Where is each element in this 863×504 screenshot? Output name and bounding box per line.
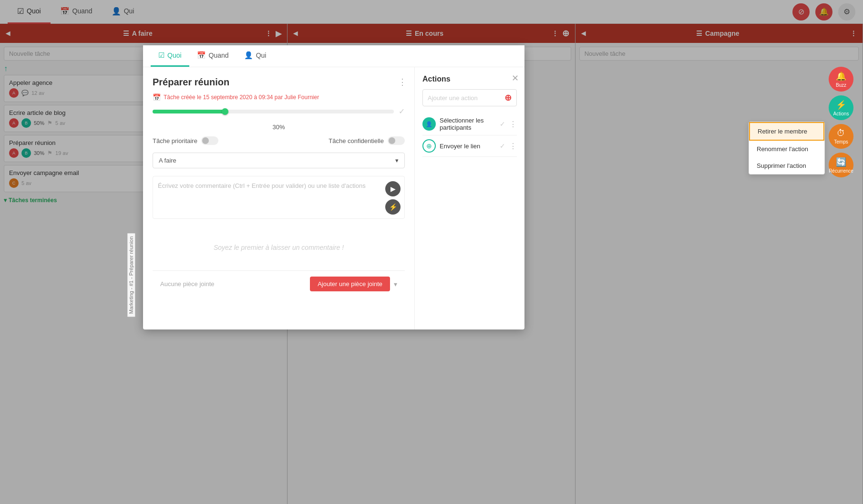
comment-area[interactable]: Écrivez votre commentaire (Ctrl + Entrée… — [153, 176, 405, 219]
progress-track[interactable] — [153, 110, 394, 113]
actions-icon: ⚡ — [836, 100, 846, 110]
modal-tab-quand-label: Quand — [209, 51, 229, 59]
context-menu-retirer[interactable]: Retirer le membre — [749, 122, 824, 141]
flash-button[interactable]: ⚡ — [385, 199, 401, 215]
toggles-row: Tâche prioritaire Tâche confidentielle — [153, 136, 405, 145]
action-more-1[interactable]: ⋮ — [509, 120, 517, 129]
modal-tab-quoi[interactable]: ☑ Quoi — [151, 45, 189, 67]
action-text-2: Envoyer le lien — [440, 143, 496, 150]
priority-label: Tâche prioritaire — [153, 137, 197, 144]
buzz-label: Buzz — [836, 82, 846, 88]
attachment-row: Aucune pièce jointe Ajouter une pièce jo… — [153, 270, 405, 297]
modal-tab-quoi-icon: ☑ — [158, 51, 164, 60]
modal-tab-qui-label: Qui — [256, 51, 267, 59]
add-action-input[interactable]: Ajouter une action ⊕ — [422, 89, 517, 106]
modal-left-panel: Préparer réunion ⋮ 📅 Tâche créée le 15 s… — [143, 67, 415, 329]
add-attachment-button[interactable]: Ajouter une pièce jointe — [310, 277, 390, 291]
actions-button[interactable]: ⚡ Actions — [829, 95, 853, 120]
progress-label: 30% — [153, 123, 405, 131]
confidential-label: Tâche confidentielle — [329, 137, 384, 144]
action-text-1: Sélectionner les participants — [440, 117, 496, 131]
action-item-lien[interactable]: ⊕ Envoyer le lien ✓ ⋮ — [422, 135, 517, 157]
status-dropdown[interactable]: A faire ▾ — [153, 153, 405, 168]
confidential-knob — [389, 137, 395, 144]
progress-fill — [153, 110, 225, 113]
modal-close-button[interactable]: ✕ — [512, 73, 519, 83]
action-check-1[interactable]: ✓ — [500, 120, 505, 128]
attachment-chevron-icon[interactable]: ▾ — [394, 280, 397, 288]
modal-tab-quand-icon: 📅 — [197, 51, 206, 60]
recurrence-label: Récurrence — [829, 168, 853, 174]
priority-toggle[interactable] — [201, 136, 218, 145]
modal-tab-qui-icon: 👤 — [244, 51, 253, 60]
modal-body: Préparer réunion ⋮ 📅 Tâche créée le 15 s… — [143, 67, 524, 329]
attachment-label: Aucune pièce jointe — [160, 280, 214, 288]
modal-tab-qui[interactable]: 👤 Qui — [236, 45, 274, 67]
confidential-toggle[interactable] — [388, 136, 405, 145]
buzz-button[interactable]: 🔔 Buzz — [829, 67, 853, 92]
temps-button[interactable]: ⏱ Temps — [829, 124, 853, 149]
confidential-group: Tâche confidentielle — [329, 136, 405, 145]
progress-thumb — [222, 108, 228, 115]
sidebar-icons: 🔔 Buzz ⚡ Actions ⏱ Temps 🔄 Récurrence — [829, 67, 853, 177]
action-check-2[interactable]: ✓ — [500, 142, 505, 150]
context-menu: Retirer le membre Renommer l'action Supp… — [749, 122, 825, 175]
comment-actions: ▶ ⚡ — [385, 181, 401, 215]
chevron-down-icon: ▾ — [395, 157, 399, 164]
task-created-text: Tâche créée le 15 septembre 2020 à 09:34… — [164, 94, 319, 101]
modal-tabs: ☑ Quoi 📅 Quand 👤 Qui — [143, 45, 524, 67]
add-action-placeholder: Ajouter une action — [428, 94, 502, 102]
add-action-plus-icon: ⊕ — [504, 93, 512, 103]
status-selected: A faire — [159, 157, 176, 164]
context-menu-supprimer[interactable]: Supprimer l'action — [749, 157, 824, 174]
action-avatar-1: 👤 — [422, 117, 436, 131]
priority-group: Tâche prioritaire — [153, 136, 218, 145]
priority-knob — [202, 137, 209, 144]
action-avatar-2: ⊕ — [422, 139, 436, 153]
modal-task-title: Préparer réunion — [153, 77, 405, 88]
modal-tab-quand[interactable]: 📅 Quand — [189, 45, 236, 67]
action-item-participants[interactable]: 👤 Sélectionner les participants ✓ ⋮ — [422, 113, 517, 135]
comment-placeholder: Écrivez votre commentaire (Ctrl + Entrée… — [158, 182, 366, 189]
context-menu-renommer[interactable]: Renommer l'action — [749, 141, 824, 157]
progress-row: ✓ — [153, 107, 405, 116]
modal-tab-quoi-label: Quoi — [167, 51, 182, 59]
send-button[interactable]: ▶ — [385, 181, 401, 196]
buzz-icon: 🔔 — [836, 71, 846, 82]
action-more-2[interactable]: ⋮ — [509, 142, 517, 151]
actions-label: Actions — [833, 111, 849, 116]
temps-label: Temps — [834, 139, 848, 144]
task-modal: ☑ Quoi 📅 Quand 👤 Qui Préparer réunion ⋮ … — [143, 45, 524, 329]
comment-empty-message: Soyez le premier à laisser un commentair… — [153, 225, 405, 270]
recurrence-icon: 🔄 — [836, 157, 846, 167]
calendar-icon: 📅 — [153, 93, 161, 101]
recurrence-button[interactable]: 🔄 Récurrence — [829, 153, 853, 177]
task-created-info: 📅 Tâche créée le 15 septembre 2020 à 09:… — [153, 93, 405, 101]
progress-check-icon[interactable]: ✓ — [399, 107, 405, 116]
actions-panel-title: Actions — [422, 75, 517, 83]
temps-icon: ⏱ — [837, 128, 845, 138]
modal-more-button[interactable]: ⋮ — [398, 77, 407, 87]
modal-right-panel: ✕ Actions Ajouter une action ⊕ 👤 Sélecti… — [415, 67, 524, 329]
